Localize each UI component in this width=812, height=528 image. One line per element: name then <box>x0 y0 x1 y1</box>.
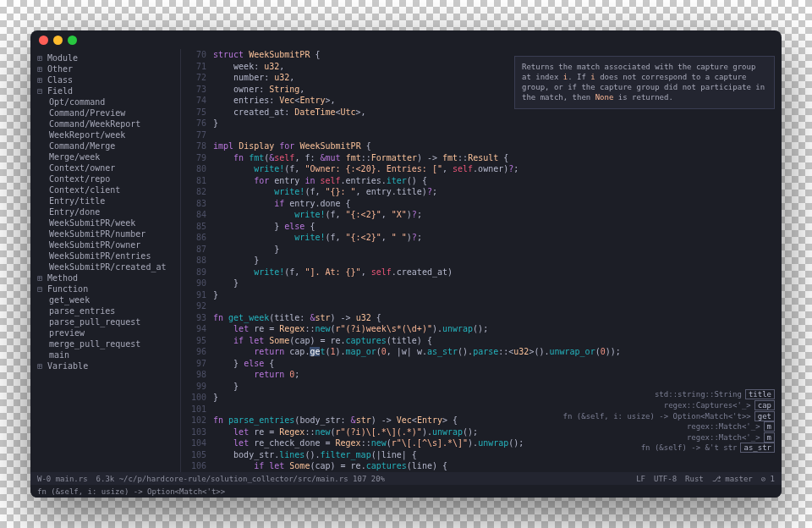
tree-section[interactable]: ⊞Class <box>30 74 180 85</box>
symbols-sidebar[interactable]: ⊞Module⊞Other⊞Class⊟FieldOpt/commandComm… <box>30 49 181 472</box>
tree-item-label: WeekSubmitPR/number <box>49 229 145 239</box>
tree-item-label: parse_pull_request <box>49 317 140 327</box>
tree-item[interactable]: WeekSubmitPR/created_at <box>30 261 180 272</box>
tree-item[interactable]: parse_entries <box>30 305 180 316</box>
tree-label: Module <box>47 53 78 63</box>
tree-item[interactable]: WeekSubmitPR/week <box>30 217 180 228</box>
tree-section[interactable]: ⊟Field <box>30 85 180 96</box>
doc-tooltip: Returns the match associated with the ca… <box>514 56 775 109</box>
expand-icon: ⊞ <box>36 273 44 283</box>
tree-item-label: Context/owner <box>49 163 115 173</box>
minibuffer: fn (&self, i: usize) -> Option<Match<'t>… <box>30 485 782 498</box>
modeline-lang: Rust <box>685 475 704 483</box>
tree-item-label: WeekReport/week <box>49 130 125 140</box>
tree-item[interactable]: parse_pull_request <box>30 316 180 327</box>
editor-window: ⊞Module⊞Other⊞Class⊟FieldOpt/commandComm… <box>30 30 782 498</box>
tree-item[interactable]: Entry/title <box>30 195 180 206</box>
tree-item[interactable]: Context/owner <box>30 162 180 173</box>
tree-item[interactable]: Merge/week <box>30 151 180 162</box>
hint-row: regex::Match<'_>m <box>563 432 775 443</box>
code-editor[interactable]: 70 71 72 73 74 75 76 77 78 79 80 81 82 8… <box>181 49 782 472</box>
tree-item-label: WeekSubmitPR/owner <box>49 240 140 250</box>
line-numbers: 70 71 72 73 74 75 76 77 78 79 80 81 82 8… <box>181 49 213 472</box>
tree-item-label: merge_pull_request <box>49 339 140 349</box>
tree-item[interactable]: Command/WeekReport <box>30 118 180 129</box>
modeline-warnings: ⊘ 1 <box>761 475 775 483</box>
tree-item[interactable]: WeekReport/week <box>30 129 180 140</box>
tree-item[interactable]: WeekSubmitPR/number <box>30 228 180 239</box>
tree-item-label: Context/client <box>49 185 120 195</box>
tree-section[interactable]: ⊞Other <box>30 63 180 74</box>
tree-item-label: parse_entries <box>49 306 115 316</box>
tree-section[interactable]: ⊞Module <box>30 52 180 63</box>
tree-section[interactable]: ⊞Method <box>30 272 180 283</box>
expand-icon: ⊟ <box>36 86 44 96</box>
tree-item[interactable]: WeekSubmitPR/entries <box>30 250 180 261</box>
tree-label: Class <box>47 75 73 85</box>
expand-icon: ⊞ <box>36 361 44 371</box>
tree-item[interactable]: get_week <box>30 294 180 305</box>
tree-section[interactable]: ⊟Function <box>30 283 180 294</box>
hint-row: fn (&self, i: usize) -> Option<Match<'t>… <box>563 411 775 422</box>
tree-label: Other <box>47 64 73 74</box>
tree-item-label: Command/WeekReport <box>49 119 140 129</box>
tree-item-label: Entry/title <box>49 196 105 206</box>
modeline-buffer: W-0 main.rs <box>37 475 88 483</box>
tree-label: Field <box>47 86 73 96</box>
tree-label: Function <box>47 284 88 294</box>
modeline-path: 6.3k ~/c/p/hardcore-rule/solution_collec… <box>88 475 637 483</box>
tree-item-label: WeekSubmitPR/created_at <box>49 262 166 272</box>
hint-row: std::string::Stringtitle <box>563 389 775 400</box>
tree-item[interactable]: Command/Merge <box>30 140 180 151</box>
close-icon[interactable] <box>39 36 48 45</box>
hint-row: regex::Captures<'_>cap <box>563 400 775 411</box>
tree-item[interactable]: merge_pull_request <box>30 338 180 349</box>
tree-item-label: Command/Preview <box>49 108 125 118</box>
tree-item-label: get_week <box>49 295 90 305</box>
expand-icon: ⊞ <box>36 75 44 85</box>
tree-item[interactable]: preview <box>30 327 180 338</box>
tree-item[interactable]: Context/client <box>30 184 180 195</box>
minimize-icon[interactable] <box>53 36 63 45</box>
tree-item-label: Merge/week <box>49 152 100 162</box>
main-area: ⊞Module⊞Other⊞Class⊟FieldOpt/commandComm… <box>30 49 782 472</box>
expand-icon: ⊟ <box>36 284 44 294</box>
tree-item[interactable]: WeekSubmitPR/owner <box>30 239 180 250</box>
titlebar[interactable] <box>30 30 782 49</box>
modeline-right: LF UTF-8 Rust ⎇ master ⊘ 1 <box>636 475 775 483</box>
maximize-icon[interactable] <box>68 36 77 45</box>
tree-item[interactable]: main <box>30 349 180 360</box>
tree-item-label: Entry/done <box>49 207 100 217</box>
tree-item[interactable]: Opt/command <box>30 96 180 107</box>
modeline-encoding: LF <box>636 475 645 483</box>
tree-item[interactable]: Context/repo <box>30 173 180 184</box>
tree-item-label: WeekSubmitPR/week <box>49 218 135 228</box>
tree-item-label: preview <box>49 328 85 338</box>
tree-item[interactable]: Command/Preview <box>30 107 180 118</box>
expand-icon: ⊞ <box>36 64 44 74</box>
tree-item-label: Context/repo <box>49 174 110 184</box>
hint-row: fn (&self) -> &'t stras_str <box>563 443 775 454</box>
type-hints: std::string::Stringtitleregex::Captures<… <box>563 389 775 454</box>
tree-item[interactable]: Entry/done <box>30 206 180 217</box>
modeline: W-0 main.rs 6.3k ~/c/p/hardcore-rule/sol… <box>30 472 782 485</box>
hint-row: regex::Match<'_>m <box>563 421 775 432</box>
tree-section[interactable]: ⊞Variable <box>30 360 180 371</box>
tree-item-label: Opt/command <box>49 97 105 107</box>
tree-label: Method <box>47 273 78 283</box>
modeline-charset: UTF-8 <box>654 475 677 483</box>
tree-item-label: Command/Merge <box>49 141 115 151</box>
tree-item-label: main <box>49 350 69 360</box>
tree-item-label: WeekSubmitPR/entries <box>49 251 151 261</box>
tree-label: Variable <box>47 361 88 371</box>
modeline-vcs: ⎇ master <box>712 475 753 483</box>
expand-icon: ⊞ <box>36 53 44 63</box>
minibuffer-text: fn (&self, i: usize) -> Option<Match<'t>… <box>37 487 225 496</box>
